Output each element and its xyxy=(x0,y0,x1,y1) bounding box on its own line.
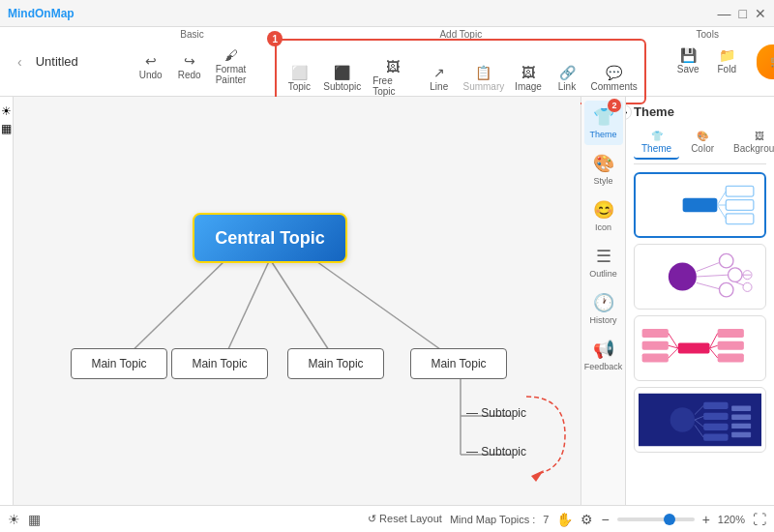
title-bar: MindOnMap — □ ✕ xyxy=(0,0,774,27)
subtopic-button[interactable]: ⬛ Subtopic xyxy=(319,62,365,96)
side-history-button[interactable]: 🕐 History xyxy=(584,286,623,331)
badge-2: 2 xyxy=(608,99,621,112)
subtopic-label: Subtopic xyxy=(323,81,361,92)
zoom-slider[interactable] xyxy=(617,517,695,521)
right-panel: 2 👕 Theme 🎨 Style 😊 Icon ☰ Outline 🕐 His… xyxy=(580,97,774,505)
image-button[interactable]: 🖼 Image xyxy=(510,62,547,96)
line-button[interactable]: ↗ Line xyxy=(421,62,458,96)
main-topic-label-1: Main Topic xyxy=(91,357,146,370)
status-bar: ☀ ▦ ↺ Reset Layout Mind Map Topics : 7 ✋… xyxy=(0,505,774,532)
topic-button[interactable]: ⬜ Topic xyxy=(281,62,317,96)
status-grid-icon[interactable]: ▦ xyxy=(28,512,41,527)
main-area: ☀ ▦ Central Topic xyxy=(0,97,774,505)
subtopic-label-2: — Subtopic xyxy=(466,445,526,458)
fullscreen-button[interactable]: ⛶ xyxy=(753,512,766,527)
zoom-plus-button[interactable]: + xyxy=(702,512,710,527)
maximize-button[interactable]: □ xyxy=(739,6,747,21)
status-right: ↺ Reset Layout Mind Map Topics : 7 ✋ ⚙ −… xyxy=(368,512,766,527)
side-outline-button[interactable]: ☰ Outline xyxy=(584,240,623,284)
format-painter-button[interactable]: 🖌 Format Painter xyxy=(210,44,253,89)
fold-button[interactable]: 📁 Fold xyxy=(708,44,745,78)
buy-now-button[interactable]: 🛒 Buy Now -60% xyxy=(757,44,774,79)
add-topic-highlight: 1 ⬜ Topic ⬛ Subtopic 🖼 Free Topic ↗ Line xyxy=(275,39,646,104)
canvas[interactable]: Central Topic Main Topic Main Topic Main… xyxy=(14,97,580,505)
undo-button[interactable]: ↩ Undo xyxy=(133,50,169,84)
mindmap-svg xyxy=(14,97,580,505)
svg-point-17 xyxy=(719,253,733,268)
nav-section: ‹ Untitled xyxy=(8,27,113,96)
tools-label: Tools xyxy=(697,29,719,40)
theme-card-1[interactable] xyxy=(634,172,766,238)
theme-card-4[interactable] xyxy=(634,387,766,453)
comments-button[interactable]: 💬 Comments xyxy=(587,62,640,96)
svg-rect-45 xyxy=(703,434,728,441)
summary-icon: 📋 xyxy=(475,66,491,79)
minimize-button[interactable]: — xyxy=(718,6,731,21)
svg-rect-46 xyxy=(731,405,751,410)
svg-rect-27 xyxy=(678,343,710,354)
redo-button[interactable]: ↪ Redo xyxy=(171,50,208,84)
tab-background[interactable]: 🖼 Background xyxy=(726,127,774,160)
svg-rect-43 xyxy=(703,413,728,420)
format-painter-icon: 🖌 xyxy=(224,48,238,62)
side-icon-button[interactable]: 😊 Icon xyxy=(584,193,623,238)
save-button[interactable]: 💾 Save xyxy=(670,44,706,78)
link-button[interactable]: 🔗 Link xyxy=(549,62,585,96)
tab-color[interactable]: 🎨 Color xyxy=(683,127,722,160)
side-style-button[interactable]: 🎨 Style xyxy=(584,147,623,192)
free-topic-button[interactable]: 🖼 Free Topic xyxy=(367,56,419,101)
main-topic-node-4[interactable]: Main Topic xyxy=(410,348,507,379)
main-topic-node-3[interactable]: Main Topic xyxy=(287,348,384,379)
subtopic-node-1[interactable]: — Subtopic xyxy=(466,406,526,420)
central-topic-node[interactable]: Central Topic xyxy=(193,213,347,263)
subtopic-node-2[interactable]: — Subtopic xyxy=(466,445,526,458)
svg-rect-42 xyxy=(703,402,728,409)
settings-small-icon[interactable]: ⚙ xyxy=(580,512,593,527)
toolbar: ‹ Untitled Basic ↩ Undo ↪ Redo 🖌 Format … xyxy=(0,27,774,97)
topic-icon: ⬜ xyxy=(291,66,308,79)
svg-point-26 xyxy=(743,282,752,291)
collapse-button[interactable]: » xyxy=(626,104,632,120)
svg-rect-49 xyxy=(731,432,751,437)
status-sun-icon[interactable]: ☀ xyxy=(8,512,20,527)
basic-items: ↩ Undo ↪ Redo 🖌 Format Painter xyxy=(133,44,253,89)
save-label: Save xyxy=(677,64,700,74)
link-icon: 🔗 xyxy=(559,66,576,79)
svg-line-23 xyxy=(735,281,744,285)
add-topic-items: ⬜ Topic ⬛ Subtopic 🖼 Free Topic ↗ Line 📋 xyxy=(281,56,640,101)
side-feedback-button[interactable]: 📢 Feedback xyxy=(584,333,623,377)
back-button[interactable]: ‹ xyxy=(15,50,24,74)
tab-background-icon: 🖼 xyxy=(755,131,764,141)
svg-rect-44 xyxy=(703,424,728,430)
map-topics-count: 7 xyxy=(543,514,549,525)
image-label: Image xyxy=(515,81,542,92)
svg-marker-8 xyxy=(531,470,544,482)
main-topic-node-1[interactable]: Main Topic xyxy=(71,348,167,379)
comments-label: Comments xyxy=(590,81,637,92)
theme-card-3[interactable] xyxy=(634,315,766,381)
outline-icon: ☰ xyxy=(596,246,611,267)
svg-rect-30 xyxy=(718,353,744,362)
tools-items: 💾 Save 📁 Fold xyxy=(670,44,745,78)
window-controls: — □ ✕ xyxy=(718,6,766,21)
svg-rect-33 xyxy=(642,353,669,362)
reset-layout-button[interactable]: ↺ Reset Layout xyxy=(368,513,442,525)
zoom-minus-button[interactable]: − xyxy=(601,512,609,527)
summary-button[interactable]: 📋 Summary xyxy=(460,62,508,96)
style-label: Style xyxy=(593,176,612,186)
tab-theme[interactable]: 👕 Theme xyxy=(634,127,679,160)
left-icon-sun[interactable]: ☀ xyxy=(1,104,12,118)
left-icon-grid[interactable]: ▦ xyxy=(1,122,12,135)
back-icon: ‹ xyxy=(17,54,22,70)
svg-rect-11 xyxy=(726,200,754,211)
svg-rect-48 xyxy=(731,424,751,429)
icon-label: Icon xyxy=(595,222,611,232)
main-topic-label-2: Main Topic xyxy=(192,357,247,370)
svg-point-18 xyxy=(729,268,743,282)
svg-line-20 xyxy=(697,262,720,271)
main-topic-node-2[interactable]: Main Topic xyxy=(171,348,268,379)
close-button[interactable]: ✕ xyxy=(755,6,766,21)
feedback-label: Feedback xyxy=(584,362,623,371)
hand-icon[interactable]: ✋ xyxy=(556,512,573,527)
theme-card-2[interactable] xyxy=(634,244,766,310)
